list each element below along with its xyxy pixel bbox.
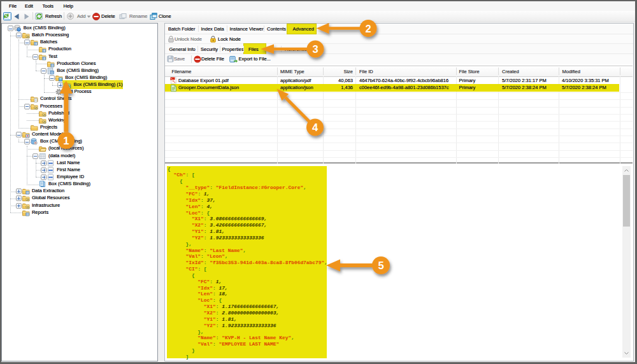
svg-text:2: 2 — [365, 23, 371, 34]
svg-text:3: 3 — [312, 43, 318, 55]
svg-text:1: 1 — [63, 135, 69, 146]
svg-text:4: 4 — [312, 122, 318, 133]
svg-text:5: 5 — [378, 260, 383, 271]
